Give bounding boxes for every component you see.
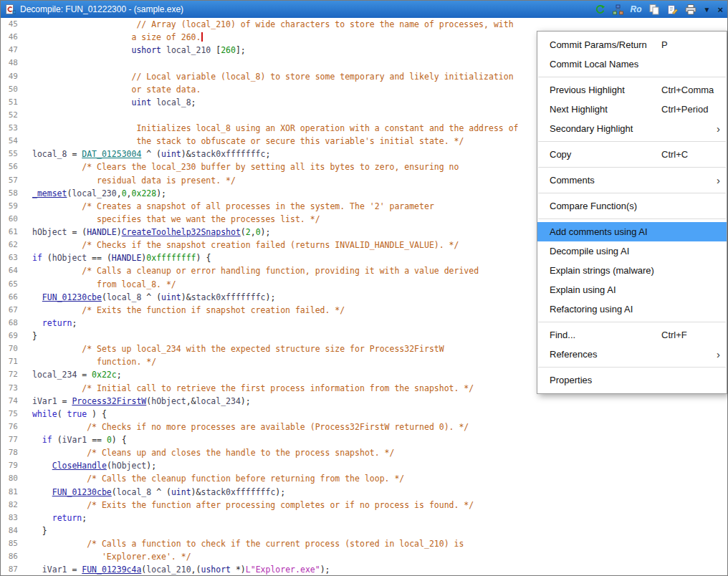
code-token[interactable]: ^ ( — [151, 487, 171, 497]
menu-item-decompile-using-ai[interactable]: Decompile using AI — [537, 241, 727, 261]
code-token[interactable] — [32, 97, 131, 107]
code-token[interactable]: hObject — [52, 253, 87, 263]
menu-item-properties[interactable]: Properties — [537, 370, 727, 390]
code-token[interactable]: local_234 — [196, 396, 241, 406]
code-token[interactable]: ); — [241, 396, 251, 406]
code-token[interactable]: /* Exits the function if snapshot creati… — [32, 305, 345, 315]
code-token[interactable]: )& — [191, 487, 201, 497]
code-token[interactable]: Initializes local_8 using an XOR operati… — [32, 123, 519, 133]
code-token[interactable]: ^ ( — [141, 149, 161, 159]
code-line[interactable]: 45 // Array (local_210) of wide characte… — [1, 18, 727, 31]
code-token[interactable]: uint — [161, 149, 181, 159]
code-token[interactable]: /* Initial call to retrieve the first pr… — [32, 383, 474, 393]
refresh-icon[interactable] — [595, 4, 605, 16]
menu-item-refactoring-using-ai[interactable]: Refactoring using AI — [537, 299, 727, 319]
code-token[interactable] — [32, 292, 42, 302]
code-token[interactable]: local_8 — [107, 292, 141, 302]
reopen-button[interactable]: Ro — [631, 4, 642, 16]
code-token[interactable]: ) { — [112, 435, 127, 445]
code-token[interactable]: 260 — [221, 45, 236, 55]
code-token[interactable]: local_210 — [166, 45, 211, 55]
code-token[interactable] — [32, 435, 42, 445]
code-token[interactable]: return — [42, 318, 72, 328]
code-line[interactable]: 82 /* Exits the function after processin… — [1, 499, 727, 512]
code-token[interactable]: ( — [241, 227, 246, 237]
code-token[interactable]: = ( — [67, 227, 87, 237]
code-token[interactable]: ( — [107, 461, 112, 471]
code-token[interactable]: iVar1 — [32, 396, 57, 406]
code-token[interactable] — [32, 565, 42, 575]
code-line[interactable]: 76 /* Checks if no more processes are av… — [1, 421, 727, 433]
menu-item-comments[interactable]: Comments› — [537, 171, 727, 190]
code-token[interactable]: /* Sets up local_234 with the expected s… — [32, 344, 444, 354]
menu-item-references[interactable]: References› — [537, 345, 727, 364]
menu-item-explain-strings-malware[interactable]: Explain strings (malware) — [537, 261, 727, 280]
code-token[interactable]: ; — [191, 97, 196, 107]
code-token[interactable]: 2 — [246, 227, 251, 237]
code-line[interactable]: 74iVar1 = Process32FirstW(hObject,&local… — [1, 395, 727, 408]
code-line[interactable]: 84 } — [1, 524, 727, 537]
code-token[interactable]: 0x228 — [132, 188, 157, 198]
code-token[interactable]: uint — [131, 97, 151, 107]
code-token[interactable]: ); — [265, 292, 275, 302]
code-token[interactable]: while — [32, 409, 57, 419]
code-token[interactable]: /* Clears the local_230 buffer by settin… — [32, 162, 459, 172]
code-token[interactable]: = — [57, 396, 72, 406]
code-token[interactable]: ,( — [191, 565, 201, 575]
code-token[interactable]: 0 — [256, 227, 261, 237]
code-token[interactable]: FUN_01230cbe — [42, 292, 102, 302]
code-token[interactable]: a size of 260. — [32, 32, 201, 42]
code-token[interactable]: ( — [42, 253, 52, 263]
code-token[interactable]: local_8 — [32, 149, 67, 159]
menu-item-commit-local-names[interactable]: Commit Local Names — [537, 54, 727, 74]
code-token[interactable]: ,& — [186, 396, 196, 406]
code-token[interactable]: local_210 — [146, 565, 191, 575]
code-token[interactable]: stack0xfffffffc — [201, 487, 275, 497]
code-token[interactable]: 0x22c — [92, 370, 117, 380]
menu-item-explain-using-ai[interactable]: Explain using AI — [537, 280, 727, 299]
menu-item-add-comments-using-ai[interactable]: Add comments using AI — [537, 222, 727, 241]
code-token[interactable]: true — [67, 409, 87, 419]
code-token[interactable]: HANDLE — [112, 253, 142, 263]
code-token[interactable]: residual data is present. */ — [32, 176, 236, 186]
code-token[interactable] — [32, 487, 52, 497]
code-token[interactable]: ( — [52, 435, 62, 445]
code-token[interactable]: iVar1 — [42, 565, 67, 575]
code-token[interactable]: )& — [181, 149, 191, 159]
code-token[interactable]: ); — [261, 227, 271, 237]
code-token[interactable] — [32, 513, 52, 523]
code-token[interactable]: , — [117, 188, 122, 198]
code-token[interactable]: ; — [82, 513, 87, 523]
code-token[interactable]: } — [32, 331, 37, 341]
panel-menu-caret-icon[interactable]: ▼ — [704, 4, 711, 16]
code-token[interactable]: == ( — [87, 253, 112, 263]
code-token[interactable]: 0 — [107, 435, 112, 445]
code-token[interactable]: ushort — [131, 45, 161, 55]
menu-item-previous-highlight[interactable]: Previous HighlightCtrl+Comma — [537, 80, 727, 100]
edit-icon[interactable] — [667, 4, 678, 16]
code-token[interactable]: CreateToolhelp32Snapshot — [122, 227, 241, 237]
code-token[interactable]: stack0xfffffffc — [191, 292, 266, 302]
code-token[interactable]: DAT_01253004 — [82, 149, 141, 159]
code-token[interactable]: from local_8. */ — [32, 279, 176, 289]
code-token[interactable]: local_234 — [32, 370, 77, 380]
code-line[interactable]: 86 'Explorer.exe'. */ — [1, 550, 727, 563]
code-token[interactable]: /* Calls a cleanup or error handling fun… — [32, 266, 479, 276]
code-token[interactable]: ( — [57, 409, 67, 419]
code-token[interactable]: Process32FirstW — [72, 396, 146, 406]
code-token[interactable]: ; — [265, 149, 270, 159]
code-token[interactable]: local_230 — [72, 188, 116, 198]
code-token[interactable]: the stack to obfuscate or secure this va… — [32, 136, 464, 146]
code-token[interactable]: specifies that we want the processes lis… — [32, 214, 320, 224]
code-token[interactable]: or state data. — [32, 85, 201, 95]
code-token[interactable]: 0 — [122, 188, 127, 198]
menu-item-next-highlight[interactable]: Next HighlightCtrl+Period — [537, 100, 727, 119]
code-token[interactable] — [32, 461, 52, 471]
code-token[interactable]: local_8 — [156, 97, 191, 107]
code-token[interactable]: = — [77, 370, 92, 380]
print-icon[interactable] — [685, 4, 696, 16]
code-token[interactable]: uint — [161, 292, 181, 302]
code-token[interactable]: , — [251, 227, 256, 237]
code-token[interactable]: ^ ( — [141, 292, 161, 302]
code-token[interactable]: CloseHandle — [52, 461, 107, 471]
